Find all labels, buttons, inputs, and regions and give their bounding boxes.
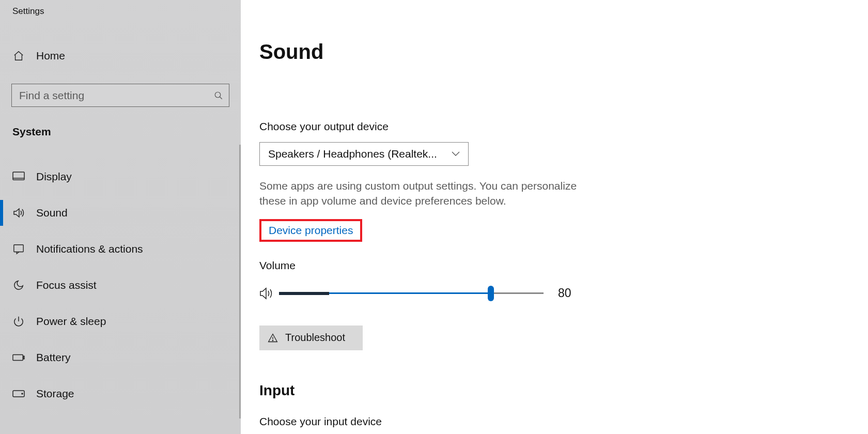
search-container	[11, 84, 229, 107]
sidebar: Settings Home System	[0, 0, 241, 434]
volume-slider[interactable]	[279, 285, 544, 302]
sidebar-item-display[interactable]: Display	[0, 159, 241, 195]
notifications-icon	[12, 243, 25, 255]
sidebar-item-focus-assist[interactable]: Focus assist	[0, 267, 241, 303]
sidebar-item-label: Battery	[36, 351, 71, 364]
sound-icon	[12, 207, 25, 219]
sidebar-item-label: Power & sleep	[36, 315, 106, 328]
home-label: Home	[36, 50, 65, 62]
search-box[interactable]	[11, 84, 229, 107]
svg-rect-5	[13, 354, 23, 360]
search-icon	[208, 91, 229, 100]
sidebar-scrollbar[interactable]	[239, 145, 241, 419]
input-heading: Input	[259, 382, 868, 399]
input-device-label: Choose your input device	[259, 415, 868, 428]
output-helper-text: Some apps are using custom output settin…	[259, 178, 600, 209]
device-properties-link[interactable]: Device properties	[269, 224, 353, 236]
svg-line-1	[220, 97, 222, 99]
volume-value: 80	[558, 286, 571, 300]
output-device-label: Choose your output device	[259, 120, 868, 133]
sidebar-item-power-sleep[interactable]: Power & sleep	[0, 303, 241, 339]
settings-window: Settings Home System	[0, 0, 868, 434]
output-device-dropdown[interactable]: Speakers / Headphones (Realtek...	[259, 142, 469, 166]
troubleshoot-label: Troubleshoot	[285, 332, 345, 344]
volume-label: Volume	[259, 259, 868, 272]
app-title: Settings	[0, 0, 241, 17]
storage-icon	[12, 390, 25, 397]
sidebar-item-label: Storage	[36, 388, 74, 400]
search-input[interactable]	[12, 84, 208, 106]
category-heading: System	[0, 126, 241, 138]
main-content: Sound Choose your output device Speakers…	[241, 0, 868, 434]
svg-point-8	[22, 393, 23, 394]
sidebar-item-notifications[interactable]: Notifications & actions	[0, 231, 241, 267]
sidebar-item-label: Sound	[36, 207, 68, 219]
power-icon	[12, 316, 25, 327]
svg-point-0	[215, 92, 221, 98]
device-properties-highlight: Device properties	[259, 219, 362, 242]
sidebar-item-storage[interactable]: Storage	[0, 376, 241, 412]
slider-thumb[interactable]	[488, 286, 494, 301]
output-device-selected: Speakers / Headphones (Realtek...	[268, 148, 437, 160]
svg-point-10	[272, 340, 273, 340]
home-icon	[12, 50, 25, 61]
sidebar-item-label: Display	[36, 171, 72, 183]
display-icon	[12, 172, 25, 182]
svg-rect-6	[23, 356, 24, 359]
page-title: Sound	[259, 40, 868, 64]
nav-list: Display Sound	[0, 159, 241, 412]
sidebar-item-battery[interactable]: Battery	[0, 339, 241, 376]
svg-rect-4	[14, 245, 23, 252]
sidebar-item-sound[interactable]: Sound	[0, 195, 241, 231]
sidebar-item-label: Notifications & actions	[36, 243, 143, 255]
warning-icon	[268, 333, 278, 343]
sidebar-item-label: Focus assist	[36, 279, 97, 291]
home-nav[interactable]: Home	[0, 45, 241, 66]
speaker-icon	[259, 287, 274, 300]
volume-row: 80	[259, 285, 868, 302]
battery-icon	[12, 353, 25, 362]
slider-fill-dark	[279, 292, 329, 295]
troubleshoot-button[interactable]: Troubleshoot	[259, 326, 363, 350]
chevron-down-icon	[452, 151, 460, 157]
focus-assist-icon	[12, 280, 25, 291]
